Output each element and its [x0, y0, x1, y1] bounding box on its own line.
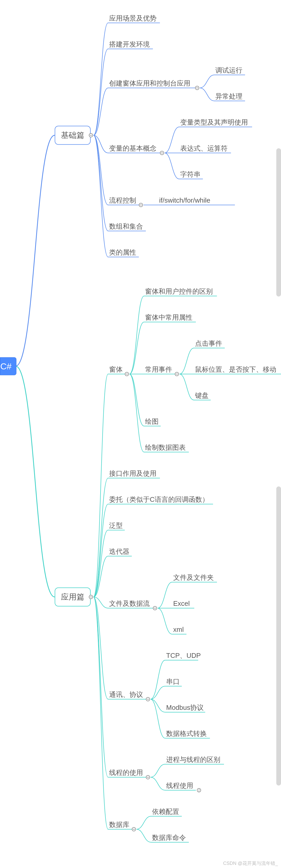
topic-node[interactable]: 常用事件: [145, 365, 172, 375]
topic-node[interactable]: 绘图: [145, 416, 159, 427]
topic-node[interactable]: 键盘: [195, 391, 208, 401]
topic-node[interactable]: 依赖配置: [152, 807, 179, 817]
topic-node[interactable]: 窗体中常用属性: [145, 312, 193, 322]
topic-node[interactable]: 鼠标位置、是否按下、移动: [195, 365, 276, 375]
branch-node[interactable]: 基础篇: [55, 126, 91, 145]
topic-node[interactable]: 应用场景及优势: [109, 13, 157, 23]
topic-node[interactable]: 绘制数据图表: [145, 442, 186, 453]
collapse-toggle[interactable]: [132, 827, 136, 831]
topic-node[interactable]: 创建窗体应用和控制台应用: [109, 78, 190, 88]
topic-node[interactable]: 窗体和用户控件的区别: [145, 286, 213, 297]
collapse-toggle[interactable]: [146, 775, 150, 779]
topic-node[interactable]: 文件及数据流: [109, 598, 150, 609]
topic-node[interactable]: 异常处理: [215, 91, 243, 101]
collapse-toggle[interactable]: [125, 372, 129, 376]
topic-node[interactable]: 数据格式转换: [166, 728, 207, 739]
topic-node[interactable]: 进程与线程的区别: [166, 754, 220, 765]
topic-node[interactable]: 类的属性: [109, 247, 136, 257]
branch-node[interactable]: 应用篇: [55, 588, 91, 607]
collapse-toggle[interactable]: [160, 151, 164, 155]
watermark: CSDN @花开莫与流年错_: [223, 860, 278, 866]
topic-node[interactable]: 窗体: [109, 365, 123, 375]
mindmap[interactable]: CSDN @花开莫与流年错_ C#基础篇应用场景及优势搭建开发环境创建窗体应用和…: [0, 0, 281, 868]
topic-node[interactable]: 数组和集合: [109, 221, 143, 231]
topic-node[interactable]: 文件及文件夹: [173, 572, 214, 583]
topic-node[interactable]: 流程控制: [109, 195, 136, 206]
topic-node[interactable]: 线程使用: [166, 781, 193, 791]
scrollbar-thumb[interactable]: [276, 148, 281, 297]
topic-node[interactable]: 表达式、运算符: [180, 143, 228, 153]
topic-node[interactable]: 串口: [166, 677, 180, 687]
topic-node[interactable]: 变量的基本概念: [109, 143, 157, 153]
collapse-toggle[interactable]: [146, 697, 150, 701]
collapse-toggle[interactable]: [139, 203, 143, 207]
topic-node[interactable]: xml: [173, 625, 184, 634]
topic-node[interactable]: 字符串: [180, 169, 200, 180]
topic-node[interactable]: 接口作用及使用: [109, 468, 157, 478]
collapse-toggle[interactable]: [89, 133, 93, 137]
collapse-toggle[interactable]: [153, 606, 157, 610]
topic-node[interactable]: 变量类型及其声明使用: [180, 117, 248, 127]
topic-node[interactable]: 迭代器: [109, 547, 130, 557]
topic-node[interactable]: Modbus协议: [166, 703, 204, 713]
topic-node[interactable]: 点击事件: [195, 338, 222, 348]
topic-node[interactable]: 搭建开发环境: [109, 39, 150, 50]
topic-node[interactable]: if/switch/for/while: [159, 196, 210, 205]
topic-node[interactable]: 数据库命令: [152, 833, 186, 843]
collapse-toggle[interactable]: [89, 595, 93, 599]
collapse-toggle[interactable]: [175, 372, 179, 376]
scrollbar-thumb[interactable]: [276, 487, 281, 785]
topic-node[interactable]: TCP、UDP: [166, 651, 201, 661]
topic-node[interactable]: 调试运行: [215, 65, 243, 75]
topic-node[interactable]: 委托（类似于C语言的回调函数）: [109, 494, 209, 505]
topic-node[interactable]: 通讯、协议: [109, 689, 143, 700]
count-badge: 2: [197, 788, 201, 792]
topic-node[interactable]: 线程的使用: [109, 768, 143, 778]
root-node[interactable]: C#: [0, 357, 17, 375]
collapse-toggle[interactable]: [195, 86, 199, 90]
topic-node[interactable]: Excel: [173, 599, 190, 608]
topic-node[interactable]: 泛型: [109, 521, 123, 531]
topic-node[interactable]: 数据库: [109, 819, 130, 830]
